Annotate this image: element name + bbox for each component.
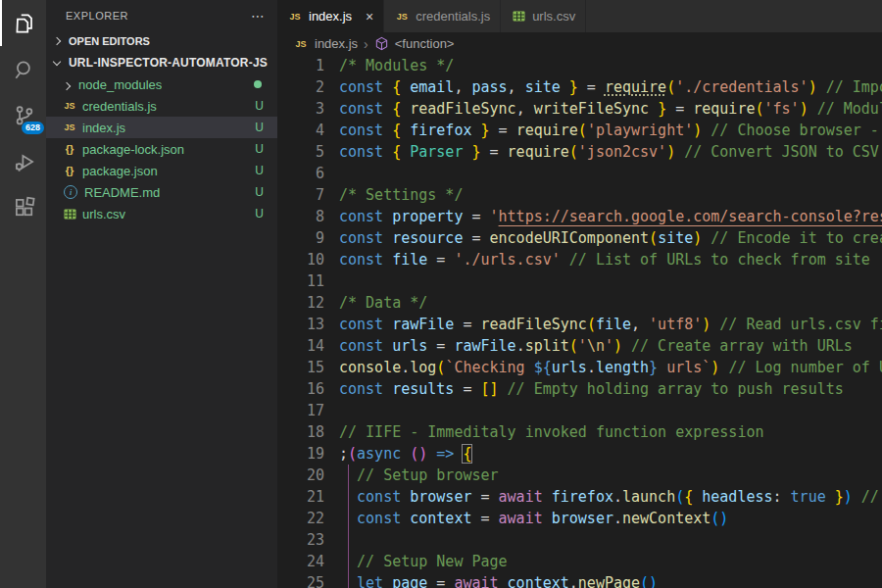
tree-item-urls.csv[interactable]: urls.csvU xyxy=(46,203,277,224)
code-text: const { email, pass, site } = require('.… xyxy=(324,76,882,98)
line-number: 10 xyxy=(277,249,324,270)
line-number: 21 xyxy=(277,486,324,508)
file-label: urls.csv xyxy=(82,207,125,221)
modified-dot-badge xyxy=(254,80,262,88)
code-line[interactable]: 6 xyxy=(277,163,882,184)
activity-explorer-button[interactable] xyxy=(0,0,46,46)
line-number: 2 xyxy=(277,76,324,98)
code-line[interactable]: 16const results = [] // Empty holding ar… xyxy=(277,378,882,400)
code-line[interactable]: 1/* Modules */ xyxy=(277,55,882,76)
file-label: credentials.js xyxy=(82,99,157,114)
code-text: const browser = await firefox.launch({ h… xyxy=(324,486,879,508)
code-line[interactable]: 3const { readFileSync, writeFileSync } =… xyxy=(277,98,882,120)
activity-run-debug-button[interactable] xyxy=(0,138,46,184)
code-text xyxy=(324,163,339,184)
code-line[interactable]: 21 const browser = await firefox.launch(… xyxy=(277,486,882,508)
code-editor[interactable]: 1/* Modules */2const { email, pass, site… xyxy=(277,55,882,588)
file-label: package-lock.json xyxy=(82,142,184,157)
code-line[interactable]: 4const { firefox } = require('playwright… xyxy=(277,120,882,141)
tree-item-package.json[interactable]: {}package.jsonU xyxy=(46,160,277,181)
code-text: const urls = rawFile.split('\n') // Crea… xyxy=(324,335,853,357)
code-line[interactable]: 18// IIFE - Immeditaly invoked function … xyxy=(277,421,882,443)
code-text: /* Settings */ xyxy=(324,184,463,206)
line-number: 14 xyxy=(277,335,324,357)
tab-urls.csv[interactable]: urls.csv xyxy=(501,0,586,32)
tree-item-package-lock.json[interactable]: {}package-lock.jsonU xyxy=(46,138,277,160)
chevron-down-icon xyxy=(53,58,61,66)
more-actions-icon[interactable]: ⋯ xyxy=(251,8,266,24)
tree-item-index.js[interactable]: JSindex.jsU xyxy=(46,117,277,138)
file-label: node_modules xyxy=(78,77,162,92)
sidebar-header: EXPLORER ⋯ xyxy=(46,0,277,30)
line-number: 9 xyxy=(277,227,324,249)
code-line[interactable]: 8const property = 'https://search.google… xyxy=(277,206,882,227)
code-text: // Setup browser xyxy=(324,465,499,486)
code-line[interactable]: 19;(async () => { xyxy=(277,443,882,465)
code-line[interactable]: 9const resource = encodeURIComponent(sit… xyxy=(277,227,882,249)
js-file-icon: JS xyxy=(293,36,309,52)
extensions-icon xyxy=(12,195,37,220)
code-line[interactable]: 12/* Data */ xyxy=(277,292,882,314)
code-text: let page = await context.newPage() xyxy=(324,572,658,588)
code-line[interactable]: 7/* Settings */ xyxy=(277,184,882,206)
tab-label: urls.csv xyxy=(532,9,575,24)
activity-search-button[interactable] xyxy=(0,46,46,92)
breadcrumb-file[interactable]: index.js xyxy=(315,36,358,51)
explorer-sidebar: EXPLORER ⋯ OPEN EDITORS URL-INSPECTOR-AU… xyxy=(46,0,277,588)
code-line[interactable]: 22 const context = await browser.newCont… xyxy=(277,508,882,529)
tree-item-README.md[interactable]: iREADME.mdU xyxy=(46,181,277,203)
line-number: 24 xyxy=(277,551,324,572)
git-status-badge: U xyxy=(255,142,264,156)
line-number: 7 xyxy=(277,184,324,206)
editor-group: JSindex.js×JScredentials.jsurls.csv JS i… xyxy=(277,0,882,588)
sidebar-title: EXPLORER xyxy=(66,10,128,22)
code-line[interactable]: 2const { email, pass, site } = require('… xyxy=(277,76,882,98)
tree-item-node_modules[interactable]: node_modules xyxy=(46,74,277,95)
code-line[interactable]: 11 xyxy=(277,270,882,292)
code-line[interactable]: 5const { Parser } = require('json2csv') … xyxy=(277,141,882,163)
workspace-root-label: URL-INSPECTOR-AUTOMATOR-JS xyxy=(69,56,268,70)
json-file-icon: {} xyxy=(62,163,77,178)
code-line[interactable]: 24 // Setup New Page xyxy=(277,551,882,572)
line-number: 22 xyxy=(277,508,324,529)
activity-source-control-button[interactable]: 628 xyxy=(0,92,46,138)
line-number: 17 xyxy=(277,400,324,421)
git-status-badge: U xyxy=(255,164,264,177)
line-number: 6 xyxy=(277,163,324,184)
line-number: 5 xyxy=(277,141,324,163)
source-control-badge: 628 xyxy=(22,122,44,134)
file-label: README.md xyxy=(84,185,160,200)
tab-index.js[interactable]: JSindex.js× xyxy=(277,0,384,32)
line-number: 25 xyxy=(277,572,324,588)
code-line[interactable]: 23 xyxy=(277,529,882,551)
tab-label: index.js xyxy=(309,9,352,24)
line-number: 19 xyxy=(277,443,324,465)
js-file-icon: JS xyxy=(287,9,303,24)
line-number: 16 xyxy=(277,378,324,400)
activity-extensions-button[interactable] xyxy=(0,184,46,230)
tab-bar: JSindex.js×JScredentials.jsurls.csv xyxy=(277,0,882,32)
file-label: package.json xyxy=(82,164,158,178)
line-number: 11 xyxy=(277,270,324,292)
code-text: const property = 'https://search.google.… xyxy=(324,206,882,227)
code-line[interactable]: 17 xyxy=(277,400,882,421)
code-line[interactable]: 14const urls = rawFile.split('\n') // Cr… xyxy=(277,335,882,357)
line-number: 20 xyxy=(277,465,324,486)
line-number: 3 xyxy=(277,98,324,120)
code-line[interactable]: 13const rawFile = readFileSync(file, 'ut… xyxy=(277,314,882,335)
code-line[interactable]: 25 let page = await context.newPage() xyxy=(277,572,882,588)
line-number: 23 xyxy=(277,529,324,551)
close-icon[interactable]: × xyxy=(366,9,373,24)
code-text xyxy=(324,270,339,292)
breadcrumb-separator: › xyxy=(364,36,368,52)
tab-credentials.js[interactable]: JScredentials.js xyxy=(384,0,501,32)
tree-item-credentials.js[interactable]: JScredentials.jsU xyxy=(46,95,277,117)
code-line[interactable]: 15console.log(`Checking ${urls.length} u… xyxy=(277,357,882,378)
code-line[interactable]: 10const file = './urls.csv' // List of U… xyxy=(277,249,882,270)
tab-label: credentials.js xyxy=(416,9,490,24)
workspace-root-section[interactable]: URL-INSPECTOR-AUTOMATOR-JS xyxy=(46,52,277,74)
open-editors-section[interactable]: OPEN EDITORS xyxy=(46,30,277,52)
breadcrumb-symbol[interactable]: <function> xyxy=(395,36,455,51)
js-file-icon: JS xyxy=(62,120,77,135)
code-line[interactable]: 20 // Setup browser xyxy=(277,465,882,486)
